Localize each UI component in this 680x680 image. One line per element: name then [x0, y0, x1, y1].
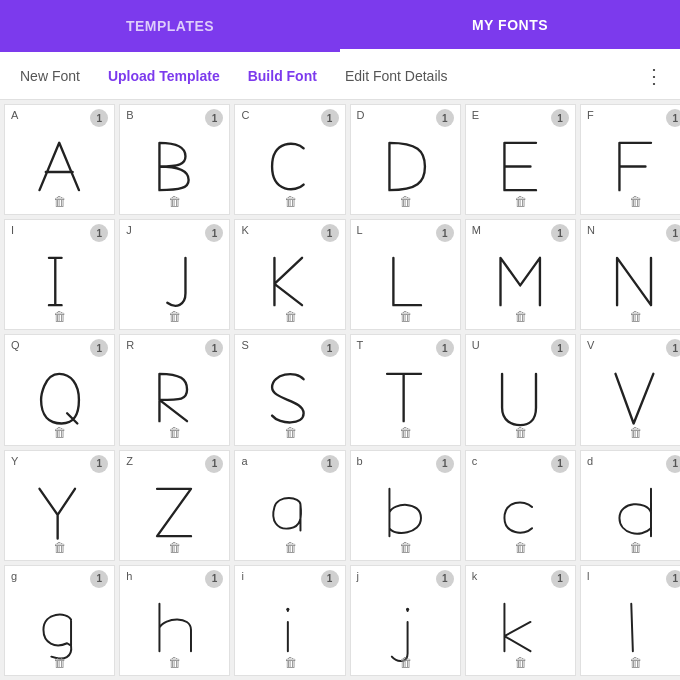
delete-glyph-button[interactable]: 🗑	[53, 540, 66, 555]
delete-glyph-button[interactable]: 🗑	[399, 540, 412, 555]
glyph-count-badge: 1	[205, 455, 223, 473]
delete-glyph-button[interactable]: 🗑	[284, 194, 297, 209]
delete-glyph-button[interactable]: 🗑	[629, 309, 642, 324]
glyph-drawing	[597, 246, 673, 317]
delete-glyph-button[interactable]: 🗑	[168, 194, 181, 209]
glyph-letter-label: c	[472, 455, 478, 467]
build-font-button[interactable]: Build Font	[236, 62, 329, 90]
glyph-letter-label: C	[241, 109, 249, 121]
glyph-letter-label: U	[472, 339, 480, 351]
delete-glyph-button[interactable]: 🗑	[53, 425, 66, 440]
glyph-count-badge: 1	[205, 224, 223, 242]
delete-glyph-button[interactable]: 🗑	[514, 425, 527, 440]
glyph-count-badge: 1	[321, 455, 339, 473]
glyph-letter-label: j	[357, 570, 359, 582]
delete-glyph-button[interactable]: 🗑	[514, 309, 527, 324]
glyph-letter-label: M	[472, 224, 481, 236]
glyph-cell[interactable]: h1🗑	[119, 565, 230, 676]
glyph-cell[interactable]: U1🗑	[465, 334, 576, 445]
glyph-cell[interactable]: g1🗑	[4, 565, 115, 676]
glyph-cell[interactable]: l1🗑	[580, 565, 680, 676]
delete-glyph-button[interactable]: 🗑	[514, 540, 527, 555]
glyph-cell[interactable]: L1🗑	[350, 219, 461, 330]
glyph-cell[interactable]: T1🗑	[350, 334, 461, 445]
glyph-cell[interactable]: i1🗑	[234, 565, 345, 676]
glyph-letter-label: a	[241, 455, 247, 467]
tab-myfonts[interactable]: MY FONTS	[340, 0, 680, 52]
glyph-drawing	[137, 362, 213, 433]
delete-glyph-button[interactable]: 🗑	[168, 425, 181, 440]
delete-glyph-button[interactable]: 🗑	[284, 655, 297, 670]
glyph-cell[interactable]: k1🗑	[465, 565, 576, 676]
glyph-letter-label: B	[126, 109, 133, 121]
glyph-cell[interactable]: F1🗑	[580, 104, 680, 215]
delete-glyph-button[interactable]: 🗑	[629, 194, 642, 209]
glyph-count-badge: 1	[666, 109, 680, 127]
glyph-letter-label: F	[587, 109, 594, 121]
new-font-button[interactable]: New Font	[8, 62, 92, 90]
glyph-cell[interactable]: j1🗑	[350, 565, 461, 676]
glyph-cell[interactable]: c1🗑	[465, 450, 576, 561]
glyph-cell[interactable]: d1🗑	[580, 450, 680, 561]
glyph-cell[interactable]: A1🗑	[4, 104, 115, 215]
delete-glyph-button[interactable]: 🗑	[629, 655, 642, 670]
glyph-letter-label: d	[587, 455, 593, 467]
delete-glyph-button[interactable]: 🗑	[399, 194, 412, 209]
glyph-drawing	[21, 131, 97, 202]
glyph-cell[interactable]: N1🗑	[580, 219, 680, 330]
glyph-cell[interactable]: Q1🗑	[4, 334, 115, 445]
glyph-cell[interactable]: E1🗑	[465, 104, 576, 215]
svg-point-0	[286, 608, 289, 611]
delete-glyph-button[interactable]: 🗑	[168, 309, 181, 324]
glyph-cell[interactable]: M1🗑	[465, 219, 576, 330]
glyph-letter-label: Z	[126, 455, 133, 467]
delete-glyph-button[interactable]: 🗑	[53, 655, 66, 670]
delete-glyph-button[interactable]: 🗑	[629, 425, 642, 440]
glyph-cell[interactable]: D1🗑	[350, 104, 461, 215]
glyph-letter-label: I	[11, 224, 14, 236]
glyph-cell[interactable]: C1🗑	[234, 104, 345, 215]
delete-glyph-button[interactable]: 🗑	[629, 540, 642, 555]
glyph-cell[interactable]: S1🗑	[234, 334, 345, 445]
more-menu-button[interactable]: ⋮	[636, 60, 672, 92]
edit-font-details-button[interactable]: Edit Font Details	[333, 62, 460, 90]
delete-glyph-button[interactable]: 🗑	[514, 655, 527, 670]
glyph-letter-label: L	[357, 224, 363, 236]
delete-glyph-button[interactable]: 🗑	[53, 309, 66, 324]
delete-glyph-button[interactable]: 🗑	[168, 540, 181, 555]
glyph-cell[interactable]: b1🗑	[350, 450, 461, 561]
tab-templates[interactable]: TEMPLATES	[0, 0, 340, 52]
glyph-drawing	[367, 131, 443, 202]
glyph-cell[interactable]: J1🗑	[119, 219, 230, 330]
glyph-cell[interactable]: B1🗑	[119, 104, 230, 215]
glyph-count-badge: 1	[551, 339, 569, 357]
glyph-cell[interactable]: a1🗑	[234, 450, 345, 561]
glyph-count-badge: 1	[90, 109, 108, 127]
toolbar: New Font Upload Template Build Font Edit…	[0, 52, 680, 100]
glyph-grid: A1🗑B1🗑C1🗑D1🗑E1🗑F1🗑I1🗑J1🗑K1🗑L1🗑M1🗑N1🗑Q1🗑R…	[0, 100, 680, 680]
glyph-cell[interactable]: Y1🗑	[4, 450, 115, 561]
glyph-drawing	[21, 246, 97, 317]
delete-glyph-button[interactable]: 🗑	[514, 194, 527, 209]
glyph-drawing	[482, 362, 558, 433]
glyph-drawing	[252, 362, 328, 433]
glyph-count-badge: 1	[321, 339, 339, 357]
glyph-cell[interactable]: Z1🗑	[119, 450, 230, 561]
glyph-drawing	[597, 592, 673, 663]
glyph-drawing	[137, 592, 213, 663]
glyph-cell[interactable]: V1🗑	[580, 334, 680, 445]
delete-glyph-button[interactable]: 🗑	[284, 425, 297, 440]
delete-glyph-button[interactable]: 🗑	[284, 540, 297, 555]
delete-glyph-button[interactable]: 🗑	[53, 194, 66, 209]
glyph-cell[interactable]: K1🗑	[234, 219, 345, 330]
delete-glyph-button[interactable]: 🗑	[399, 655, 412, 670]
glyph-cell[interactable]: R1🗑	[119, 334, 230, 445]
delete-glyph-button[interactable]: 🗑	[399, 425, 412, 440]
upload-template-button[interactable]: Upload Template	[96, 62, 232, 90]
delete-glyph-button[interactable]: 🗑	[168, 655, 181, 670]
glyph-letter-label: l	[587, 570, 589, 582]
delete-glyph-button[interactable]: 🗑	[399, 309, 412, 324]
delete-glyph-button[interactable]: 🗑	[284, 309, 297, 324]
glyph-cell[interactable]: I1🗑	[4, 219, 115, 330]
glyph-letter-label: E	[472, 109, 479, 121]
